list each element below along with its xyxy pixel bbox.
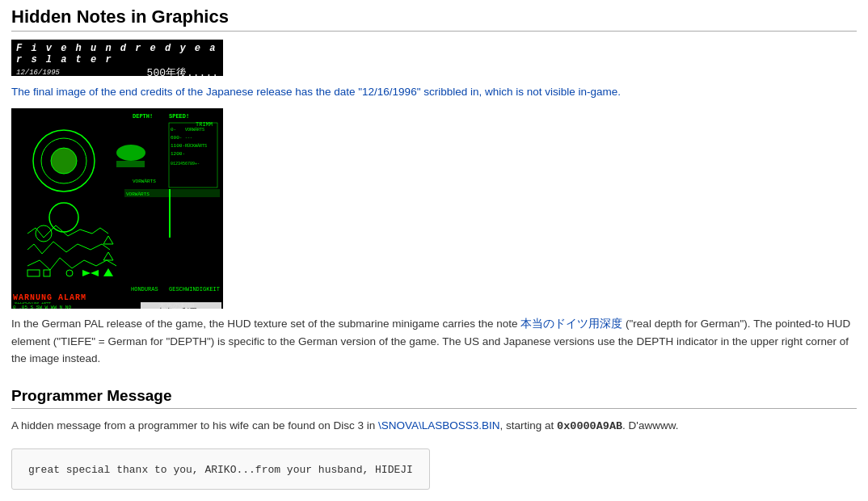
code-message-box: great special thanx to you, ARIKO...from… — [11, 448, 430, 490]
svg-text:DEPTH!: DEPTH! — [133, 113, 153, 120]
credits-top-text: F i v e h u n d r e d y e a r s l a t e … — [16, 43, 218, 65]
svg-text:RÜCKWÄRTS: RÜCKWÄRTS — [185, 143, 207, 149]
sub-desc-before: In the German PAL release of the game, t… — [11, 318, 520, 330]
sub-desc-jp: 本当のドイツ用深度 — [520, 318, 622, 330]
submarine-hud-image: DEPTH! SPEED! TRIMM 0- 600- 1100- 1200- … — [11, 108, 223, 309]
svg-point-9 — [116, 145, 145, 161]
svg-text:600-: 600- — [171, 135, 182, 141]
prog-desc-before: A hidden message from a programmer to hi… — [11, 419, 378, 432]
credits-description: The final image of the end credits of th… — [11, 84, 857, 100]
svg-text:HONDURAS: HONDURAS — [131, 286, 158, 293]
svg-text:0123456789+-: 0123456789+- — [171, 162, 200, 166]
svg-text:SPEED!: SPEED! — [169, 113, 189, 120]
svg-text:0  .05  S  SW  W  WW  N  NO: 0 .05 S SW W WW N NO — [13, 305, 71, 309]
svg-text:1200-: 1200- — [171, 151, 185, 157]
credits-image: F i v e h u n d r e d y e a r s l a t e … — [11, 40, 223, 76]
svg-text:0-: 0- — [171, 127, 176, 133]
svg-text:VORWÄRTS: VORWÄRTS — [185, 127, 204, 133]
section1-title: Hidden Notes in Graphics — [11, 6, 857, 32]
submarine-description: In the German PAL release of the game, t… — [11, 315, 857, 368]
svg-text:WARNUNG ALARM: WARNUNG ALARM — [13, 293, 86, 302]
prog-desc-after: . D'awwww. — [622, 419, 678, 432]
svg-point-6 — [51, 148, 77, 174]
prog-file-path: \SNOVA\LASBOSS3.BIN — [378, 419, 500, 432]
credits-desc-link: The final image of the end credits of th… — [11, 86, 621, 98]
svg-text:---: --- — [185, 136, 192, 141]
svg-text:VORWÄRTS: VORWÄRTS — [126, 192, 150, 197]
svg-rect-10 — [116, 161, 145, 167]
svg-text:VORWÄRTS: VORWÄRTS — [133, 179, 156, 184]
prog-desc-middle: , starting at — [500, 419, 558, 432]
prog-hex-address: 0x0000A9AB — [557, 420, 622, 432]
svg-text:と本当の利用: と本当の利用 — [149, 307, 197, 309]
credits-jp-text: 500年後..... — [147, 65, 218, 80]
svg-text:1100-: 1100- — [171, 143, 185, 149]
svg-rect-44 — [169, 189, 171, 238]
svg-text:GESCHWINDIGKEIT: GESCHWINDIGKEIT — [169, 286, 220, 293]
credits-date: 12/16/1995 — [16, 69, 60, 77]
section2-title: Programmer Message — [11, 387, 857, 409]
svg-text:TRIMM: TRIMM — [196, 121, 213, 128]
code-message-text: great special thanx to you, ARIKO...from… — [28, 464, 413, 476]
programmer-description: A hidden message from a programmer to hi… — [11, 417, 857, 436]
